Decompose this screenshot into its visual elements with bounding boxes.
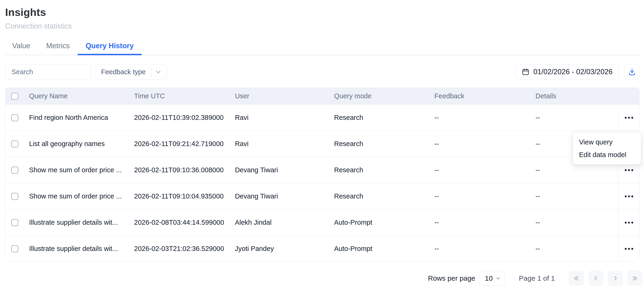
pagination-bar: Rows per page 10 Page 1 of 1 (5, 271, 642, 286)
user-cell: Devang Tiwari (230, 166, 329, 174)
feedback-cell: -- (430, 245, 530, 253)
pager-buttons (569, 271, 642, 286)
page-indicator: Page 1 of 1 (519, 274, 555, 282)
time-utc-cell: 2026-02-08T03:44:14.599000 (129, 219, 230, 226)
page-subtitle: Connection statistics (5, 22, 640, 30)
more-options-button[interactable] (622, 245, 636, 253)
query-history-table: Query Name Time UTC User Query mode Feed… (5, 88, 640, 262)
calendar-icon (522, 68, 530, 76)
download-icon (628, 68, 636, 76)
feedback-type-label: Feedback type (101, 68, 146, 76)
time-utc-cell: 2026-02-03T21:02:36.529000 (129, 245, 230, 253)
date-range-button[interactable]: 01/02/2026 - 02/03/2026 (515, 64, 619, 80)
feedback-cell: -- (430, 219, 530, 226)
column-header-time-utc: Time UTC (129, 92, 230, 100)
chevrons-right-icon (631, 275, 638, 282)
user-cell: Jyoti Pandey (230, 245, 329, 253)
filter-bar: Feedback type 01/02/2026 - 02/03/2026 (5, 64, 640, 80)
download-button[interactable] (624, 64, 640, 80)
feedback-cell: -- (430, 192, 530, 200)
select-all-checkbox[interactable] (11, 93, 18, 100)
page-title: Insights (5, 6, 640, 19)
previous-page-button[interactable] (588, 271, 604, 286)
tab-metrics-label: Metrics (46, 42, 70, 50)
menu-item-view-query[interactable]: View query (573, 136, 641, 148)
column-header-query-mode: Query mode (329, 92, 430, 100)
feedback-type-dropdown[interactable]: Feedback type (95, 64, 167, 80)
row-checkbox[interactable] (11, 114, 18, 121)
time-utc-cell: 2026-02-11T09:10:04.935000 (129, 192, 230, 200)
table-row: Find region North America 2026-02-11T10:… (6, 104, 639, 131)
search-input[interactable] (5, 64, 91, 80)
tab-value-label: Value (12, 42, 30, 50)
details-cell: -- (530, 219, 618, 226)
row-checkbox[interactable] (11, 141, 18, 147)
rows-per-page-select[interactable]: 10 (479, 271, 505, 286)
details-cell: -- (530, 166, 618, 174)
details-cell: -- (530, 192, 618, 200)
column-header-details: Details (530, 92, 618, 100)
dropdown-divider (151, 67, 151, 77)
tab-query-history-label: Query History (86, 42, 134, 50)
row-checkbox[interactable] (11, 167, 18, 174)
tab-value[interactable]: Value (5, 40, 38, 55)
query-name-cell: Show me sum of order price ... (24, 192, 129, 200)
feedback-cell: -- (430, 114, 530, 122)
query-name-cell: Show me sum of order price ... (24, 166, 129, 174)
user-cell: Devang Tiwari (230, 192, 329, 200)
more-options-button[interactable] (622, 114, 636, 122)
feedback-cell: -- (430, 166, 530, 174)
table-row: Show me sum of order price ... 2026-02-1… (6, 183, 639, 209)
query-name-cell: Illustrate supplier details wit... (24, 245, 129, 253)
more-options-button[interactable] (622, 166, 636, 174)
rows-per-page-label: Rows per page (428, 274, 476, 282)
more-options-button[interactable] (622, 192, 636, 201)
next-page-button[interactable] (608, 271, 623, 286)
chevron-right-icon (612, 275, 619, 282)
chevron-down-icon (496, 276, 501, 281)
tab-metrics[interactable]: Metrics (38, 40, 78, 55)
user-cell: Ravi (230, 114, 329, 122)
table-header-row: Query Name Time UTC User Query mode Feed… (6, 88, 639, 104)
query-mode-cell: Research (329, 166, 430, 174)
query-mode-cell: Research (329, 114, 430, 122)
column-header-query-name: Query Name (24, 92, 129, 100)
tab-bar: Value Metrics Query History (5, 40, 640, 55)
query-mode-cell: Research (329, 140, 430, 148)
table-row: List all geography names 2026-02-11T09:2… (6, 131, 639, 157)
details-cell: -- (530, 114, 618, 122)
row-checkbox[interactable] (11, 245, 18, 252)
chevrons-left-icon (573, 275, 580, 282)
user-cell: Alekh Jindal (230, 219, 329, 226)
user-cell: Ravi (230, 140, 329, 148)
time-utc-cell: 2026-02-11T09:21:42.719000 (129, 140, 230, 148)
insights-page: Insights Connection statistics Value Met… (0, 0, 644, 286)
row-context-menu: View query Edit data model (573, 132, 641, 164)
query-name-cell: Find region North America (24, 114, 129, 122)
column-header-feedback: Feedback (430, 92, 530, 100)
query-name-cell: Illustrate supplier details wit... (24, 219, 129, 226)
query-mode-cell: Auto-Prompt (329, 219, 430, 226)
query-mode-cell: Research (329, 192, 430, 200)
time-utc-cell: 2026-02-11T10:39:02.389000 (129, 114, 230, 122)
time-utc-cell: 2026-02-11T09:10:36.008000 (129, 166, 230, 174)
header-checkbox-cell (6, 93, 24, 100)
tab-query-history[interactable]: Query History (78, 40, 142, 55)
first-page-button[interactable] (569, 271, 584, 286)
column-header-actions (618, 88, 639, 104)
more-options-button[interactable] (622, 218, 636, 227)
details-cell: -- (530, 245, 618, 253)
menu-item-edit-data-model[interactable]: Edit data model (573, 149, 641, 161)
query-mode-cell: Auto-Prompt (329, 245, 430, 253)
table-row: Illustrate supplier details wit... 2026-… (6, 209, 639, 236)
chevron-down-icon (155, 68, 162, 75)
chevron-left-icon (592, 275, 600, 282)
column-header-user: User (230, 92, 329, 100)
table-row: Illustrate supplier details wit... 2026-… (6, 236, 639, 262)
rows-per-page-value: 10 (485, 274, 493, 282)
query-name-cell: List all geography names (24, 140, 129, 148)
row-checkbox[interactable] (11, 193, 18, 200)
row-checkbox[interactable] (11, 219, 18, 226)
last-page-button[interactable] (627, 271, 642, 286)
table-row: Show me sum of order price ... 2026-02-1… (6, 157, 639, 183)
